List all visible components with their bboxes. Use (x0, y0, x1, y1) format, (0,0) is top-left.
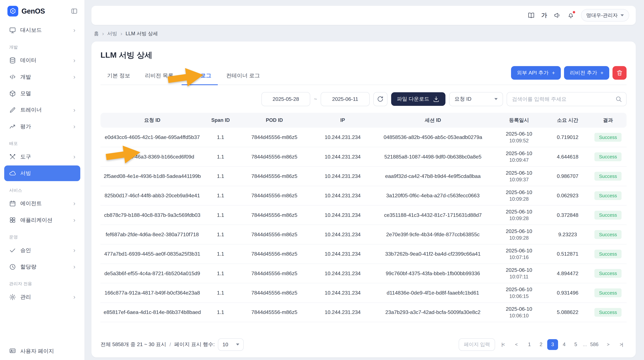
table-footer: 전체 5858개 중 21 ~ 30 표시 / 페이지 표시 행수: 10 |<… (100, 332, 626, 351)
sidebar-item-develop[interactable]: 개발› (4, 69, 80, 85)
page-button-2[interactable]: 2 (536, 339, 546, 350)
next-page-button[interactable]: > (603, 339, 614, 350)
page-button-586[interactable]: 586 (588, 339, 600, 350)
cell-request-id: de5a3b6f-ef55-4c4a-8721-6b5204a015d9 (100, 264, 204, 283)
datetime-time: 10:07:16 (492, 254, 546, 260)
megaphone-icon[interactable] (554, 12, 561, 19)
rows-per-page-select[interactable]: 10 (218, 338, 244, 351)
sidebar-item-data[interactable]: 데이터› (4, 52, 80, 68)
sidebar-item-admin[interactable]: 관리› (4, 289, 80, 305)
sidebar-item-serving[interactable]: 서빙 (4, 166, 80, 181)
page-button-5[interactable]: 5 (570, 339, 581, 350)
chevron-down-icon (620, 14, 624, 16)
page-button-1[interactable]: 1 (524, 339, 535, 350)
table-row[interactable]: 3 95-46a3-8369-b166ced6f09d1.17844d45556… (100, 147, 626, 166)
cell-datetime: 2025-06-1010:07:11 (492, 264, 546, 283)
datetime-time: 10:06:15 (492, 294, 546, 299)
user-menu[interactable]: 명대우-관리자 (581, 9, 629, 22)
page-button-4[interactable]: 4 (559, 339, 570, 350)
cell-session-id: eaa9f32d-ca42-47b8-b9d4-4e9f5cda8baa (374, 166, 492, 186)
tab-basic-info[interactable]: 기본 정보 (100, 68, 137, 85)
sidebar-section-label: 서비스 (0, 182, 84, 195)
status-badge: Success (594, 308, 622, 317)
last-page-button[interactable]: >| (616, 339, 627, 350)
table-row[interactable]: 825b0d17-46cf-44f8-abb3-20ceb9a94e411.17… (100, 186, 626, 205)
status-badge: Success (594, 152, 622, 161)
sidebar-item-user-page[interactable]: 사용자 페이지 (0, 342, 84, 360)
column-header: IP (312, 113, 374, 128)
chevron-right-icon: › (73, 247, 76, 253)
sidebar-item-label: 도구 (20, 153, 69, 160)
table-row[interactable]: e0d43cc6-4605-42c1-96ae-695a4ffd5b371.17… (100, 128, 626, 147)
table-row[interactable]: e85817ef-6aea-4d1c-814e-86b374b8baed1.17… (100, 303, 626, 322)
row-range-summary: 전체 5858개 중 21 ~ 30 표시 (100, 341, 166, 348)
file-download-label: 파일 다운로드 (397, 96, 429, 102)
column-header: 결과 (590, 113, 627, 128)
sidebar-item-application[interactable]: 애플리케이션› (4, 212, 80, 228)
cell-datetime: 2025-06-1010:09:28 (492, 186, 546, 205)
book-icon[interactable] (528, 12, 535, 19)
breadcrumb-separator-icon: › (102, 30, 104, 37)
cell-result: Success (590, 303, 627, 322)
plus-icon: + (552, 70, 555, 76)
sidebar-item-approval[interactable]: 승인› (4, 242, 80, 258)
genos-logo-icon[interactable] (8, 6, 18, 17)
search-icon[interactable] (615, 96, 622, 102)
tab-container-log[interactable]: 컨테이너 로그 (220, 68, 266, 85)
delete-button[interactable] (612, 66, 626, 80)
cell-request-id: 477a7bd1-6939-4455-ae0f-0835a25f3b31 (100, 244, 204, 264)
status-badge: Success (594, 269, 622, 278)
sidebar: GenOS 대시보드›개발데이터›개발›모델트레이너›평가›배포도구›서빙서비스… (0, 0, 85, 360)
evaluation-icon (9, 123, 16, 130)
cell-request-id: 825b0d17-46cf-44f8-abb3-20ceb9a94e41 (100, 186, 204, 205)
sidebar-item-label: 관리 (20, 294, 69, 301)
external-api-add-button[interactable]: 외부 API 추가 + (511, 66, 561, 80)
table-row[interactable]: 166c877a-912a-4817-b49f-b0cf364e23a81.17… (100, 283, 626, 302)
date-from-input[interactable] (262, 92, 310, 106)
sidebar-item-agent[interactable]: 에이전트› (4, 196, 80, 211)
page-jump-input[interactable] (459, 338, 495, 351)
sidebar-item-evaluation[interactable]: 평가› (4, 119, 80, 134)
sidebar-item-tools[interactable]: 도구› (4, 149, 80, 165)
page-button-3[interactable]: 3 (547, 339, 558, 350)
cell-duration: 0.719012 (546, 128, 590, 147)
bell-icon[interactable] (567, 12, 574, 19)
column-header: 등록일시 (492, 113, 546, 128)
first-page-button[interactable]: |< (498, 339, 508, 350)
font-size-icon[interactable]: 가 (541, 11, 547, 19)
sidebar-item-label: 데이터 (20, 57, 69, 64)
tab-usage-log[interactable]: 이용 로그 (182, 68, 218, 85)
refresh-button[interactable] (374, 92, 388, 106)
breadcrumb-serving[interactable]: 서빙 (107, 30, 117, 37)
sidebar-item-trainer[interactable]: 트레이너› (4, 102, 80, 118)
chevron-right-icon: › (73, 200, 76, 206)
user-page-icon (9, 348, 16, 355)
table-row[interactable]: cb878c79-b188-40c8-837b-9a3c569fdb031.17… (100, 205, 626, 225)
trainer-icon (9, 106, 16, 114)
cell-request-id: fef687ab-2fde-4d6a-8ee2-380a7710f718 (100, 225, 204, 244)
breadcrumb-home[interactable]: 홈 (94, 30, 99, 37)
cell-ip: 10.244.231.234 (312, 186, 374, 205)
file-download-button[interactable]: 파일 다운로드 (391, 92, 446, 106)
table-row[interactable]: fef687ab-2fde-4d6a-8ee2-380a7710f7181.17… (100, 225, 626, 244)
revision-add-button[interactable]: 리비전 추가 + (564, 66, 609, 80)
prev-page-button[interactable]: < (511, 339, 522, 350)
datetime-date: 2025-06-10 (492, 209, 546, 215)
cell-datetime: 2025-06-1010:09:28 (492, 205, 546, 225)
date-range-separator: ~ (314, 96, 317, 102)
database-icon (9, 57, 16, 64)
table-row[interactable]: 477a7bd1-6939-4455-ae0f-0835a25f3b311.17… (100, 244, 626, 264)
date-to-input[interactable] (321, 92, 370, 106)
cell-duration: 4.894472 (546, 264, 590, 283)
tab-revision-list[interactable]: 리비전 목록 (138, 68, 180, 85)
table-row[interactable]: 2f5aed08-4e1e-4936-b1d8-5adea441199b1.17… (100, 166, 626, 186)
table-row[interactable]: de5a3b6f-ef55-4c4a-8721-6b5204a015d91.17… (100, 264, 626, 283)
search-input[interactable] (512, 96, 615, 102)
sidebar-item-quota[interactable]: 할당량› (4, 259, 80, 275)
search-field-select[interactable]: 요청 ID (449, 92, 503, 106)
sidebar-item-model[interactable]: 모델 (4, 86, 80, 101)
cell-datetime: 2025-06-1010:09:28 (492, 225, 546, 244)
sidebar-item-dashboard[interactable]: 대시보드› (4, 22, 80, 38)
sidebar-collapse-icon[interactable] (71, 8, 78, 15)
notification-dot (573, 11, 575, 14)
